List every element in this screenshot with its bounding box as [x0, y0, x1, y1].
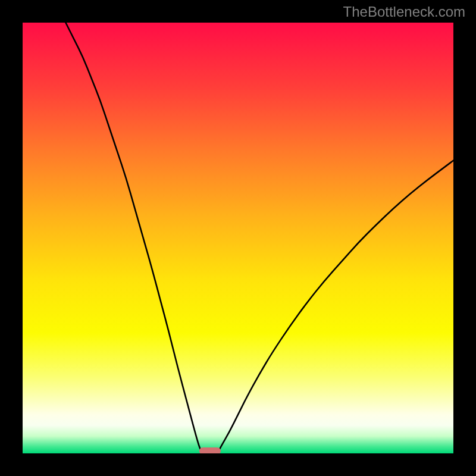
gradient-background — [23, 23, 453, 453]
bottleneck-chart — [23, 23, 453, 453]
bottleneck-marker — [199, 447, 221, 453]
baseline-marker — [199, 447, 221, 453]
chart-svg — [23, 23, 453, 453]
watermark-text: TheBottleneck.com — [343, 4, 465, 20]
